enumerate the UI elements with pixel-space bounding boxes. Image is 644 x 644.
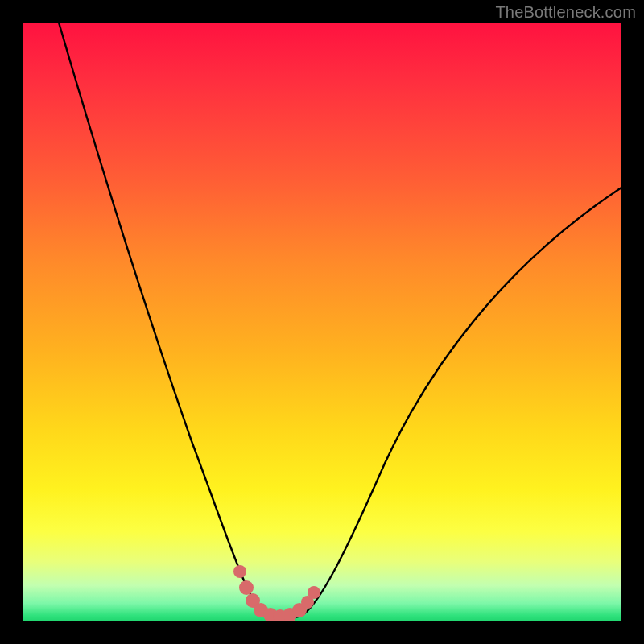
curve-svg xyxy=(23,23,621,621)
plot-area xyxy=(23,23,621,621)
marker-dot xyxy=(308,586,320,599)
chart-frame: TheBottleneck.com xyxy=(0,0,644,644)
bottleneck-curve-path xyxy=(59,23,621,619)
marker-dot xyxy=(239,580,254,595)
marker-dot xyxy=(233,565,246,578)
trough-markers-group xyxy=(233,565,320,621)
watermark-text: TheBottleneck.com xyxy=(495,3,636,22)
